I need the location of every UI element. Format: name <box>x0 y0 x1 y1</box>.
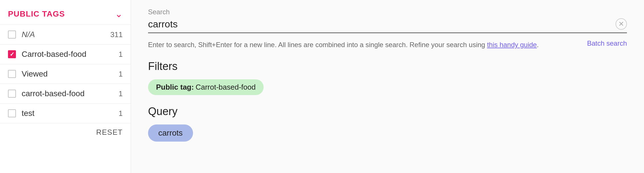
tag-count-carrot-based-food-cap: 1 <box>111 50 123 59</box>
filters-title: Filters <box>148 60 627 73</box>
tag-count-na: 311 <box>110 30 123 39</box>
search-label: Search <box>148 8 627 16</box>
hint-suffix: . <box>537 41 539 49</box>
checkbox-carrot-based-food-cap[interactable] <box>8 50 16 58</box>
handy-guide-link[interactable]: this handy guide <box>487 41 537 49</box>
filter-tag[interactable]: Public tag: Carrot-based-food <box>148 79 264 95</box>
tag-count-carrot-based-food: 1 <box>111 89 123 98</box>
tag-label-carrot-based-food: carrot-based-food <box>22 89 111 98</box>
search-row: ✕ <box>148 18 627 33</box>
tag-item-carrot-based-food-cap[interactable]: Carrot-based-food1 <box>0 44 131 64</box>
hint-text: Enter to search, Shift+Enter for a new l… <box>148 41 487 49</box>
checkbox-test[interactable] <box>8 109 16 117</box>
right-panel: Search ✕ Enter to search, Shift+Enter fo… <box>131 0 644 173</box>
tag-item-viewed[interactable]: Viewed1 <box>0 64 131 84</box>
query-title: Query <box>148 105 627 118</box>
tag-label-na: N/A <box>22 30 110 39</box>
tag-item-na[interactable]: N/A311 <box>0 25 131 44</box>
tag-count-viewed: 1 <box>111 70 123 79</box>
filter-tag-value: Carrot-based-food <box>196 83 256 92</box>
reset-row: RESET <box>0 123 131 137</box>
tag-list: N/A311Carrot-based-food1Viewed1carrot-ba… <box>0 25 131 123</box>
query-tag[interactable]: carrots <box>148 124 193 142</box>
panel-header: PUBLIC TAGS ⌄ <box>0 6 131 25</box>
checkbox-viewed[interactable] <box>8 70 16 78</box>
hint-row: Enter to search, Shift+Enter for a new l… <box>148 39 627 50</box>
reset-button[interactable]: RESET <box>96 128 123 137</box>
tag-count-test: 1 <box>111 109 123 118</box>
tag-item-carrot-based-food[interactable]: carrot-based-food1 <box>0 84 131 103</box>
checkbox-carrot-based-food[interactable] <box>8 90 16 98</box>
batch-search-link[interactable]: Batch search <box>587 39 627 47</box>
tag-label-test: test <box>22 109 111 118</box>
checkbox-na[interactable] <box>8 31 16 39</box>
left-panel: PUBLIC TAGS ⌄ N/A311Carrot-based-food1Vi… <box>0 0 131 173</box>
tag-item-test[interactable]: test1 <box>0 103 131 123</box>
filter-tag-bold: Public tag: <box>156 83 194 92</box>
panel-title: PUBLIC TAGS <box>8 9 65 19</box>
chevron-down-icon[interactable]: ⌄ <box>115 9 123 19</box>
tag-label-viewed: Viewed <box>22 69 111 79</box>
tag-label-carrot-based-food-cap: Carrot-based-food <box>22 50 111 59</box>
search-input[interactable] <box>148 19 611 30</box>
clear-icon[interactable]: ✕ <box>616 18 627 30</box>
hint-body: Enter to search, Shift+Enter for a new l… <box>148 39 581 50</box>
